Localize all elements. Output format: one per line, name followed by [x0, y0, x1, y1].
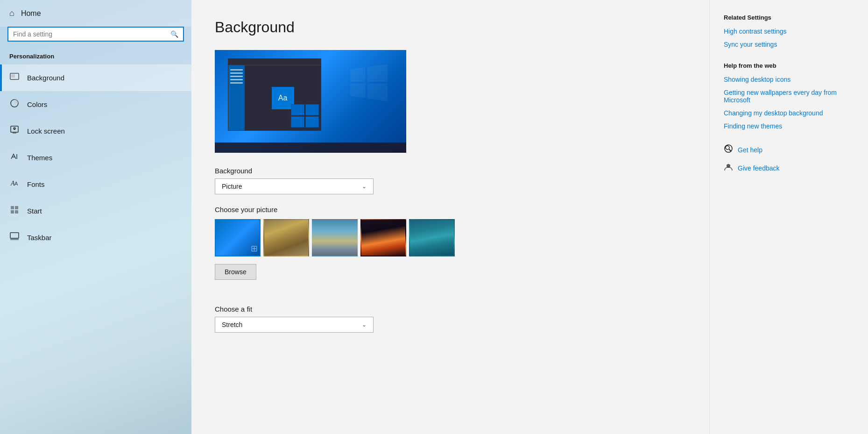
preview-tiles — [291, 104, 319, 128]
preview-window: Aa — [228, 58, 321, 131]
right-panel: Related Settings High contrast settings … — [709, 0, 868, 434]
choose-fit-label: Choose a fit — [215, 305, 686, 313]
preview-tile-4 — [305, 116, 319, 128]
background-dropdown[interactable]: Picture ⌄ — [215, 178, 374, 194]
section-label: Personalization — [0, 49, 191, 64]
link-sync-settings[interactable]: Sync your settings — [724, 41, 854, 48]
get-help-label: Get help — [738, 146, 762, 154]
windows-logo-watermark — [350, 64, 388, 103]
svg-rect-14 — [11, 210, 14, 213]
choose-fit-section: Choose a fit Stretch ⌄ — [215, 305, 686, 333]
sidebar-line-3 — [230, 76, 243, 77]
choose-picture-label: Choose your picture — [215, 206, 686, 213]
link-high-contrast[interactable]: High contrast settings — [724, 28, 854, 35]
picture-thumb-5[interactable] — [409, 219, 455, 256]
background-nav-icon — [9, 72, 20, 84]
choose-picture-section: Choose your picture Browse — [215, 206, 686, 294]
sidebar-item-background[interactable]: Background — [0, 64, 191, 91]
picture-thumb-1[interactable] — [215, 219, 261, 256]
svg-rect-2 — [11, 74, 15, 78]
picture-grid — [215, 219, 686, 256]
fonts-nav-icon: A A — [9, 178, 20, 190]
sidebar-label-lock-screen: Lock screen — [27, 127, 65, 135]
picture-thumb-3[interactable] — [312, 219, 358, 256]
give-feedback-action[interactable]: Give feedback — [724, 162, 854, 174]
choose-fit-dropdown-chevron: ⌄ — [362, 321, 367, 328]
sidebar-label-fonts: Fonts — [27, 180, 45, 188]
main-content: Background — [191, 0, 709, 434]
give-feedback-icon — [724, 162, 733, 174]
svg-text:A: A — [14, 181, 18, 186]
preview-window-titlebar — [228, 59, 321, 65]
lock-screen-nav-icon — [9, 125, 20, 137]
background-form-section: Background Picture ⌄ — [215, 167, 686, 194]
sidebar: ⌂ Home 🔍 Personalization Background Colo… — [0, 0, 191, 434]
home-label: Home — [21, 9, 41, 18]
themes-nav-icon — [9, 152, 20, 164]
help-from-web-title: Help from the web — [724, 62, 854, 69]
search-input[interactable] — [13, 30, 170, 38]
link-changing-background[interactable]: Changing my desktop background — [724, 109, 854, 117]
picture-thumb-4[interactable] — [360, 219, 406, 256]
page-title: Background — [215, 19, 686, 36]
sidebar-label-start: Start — [27, 207, 42, 215]
sidebar-label-taskbar: Taskbar — [27, 234, 52, 242]
get-help-action[interactable]: Get help — [724, 144, 854, 156]
get-help-icon — [724, 144, 733, 156]
svg-rect-16 — [10, 233, 19, 238]
svg-point-19 — [726, 146, 729, 149]
background-dropdown-chevron: ⌄ — [362, 183, 367, 190]
sidebar-item-lock-screen[interactable]: Lock screen — [0, 118, 191, 144]
sidebar-line-2 — [230, 72, 243, 74]
svg-rect-13 — [15, 206, 18, 209]
preview-sidebar-lines — [228, 65, 245, 87]
sidebar-line-4 — [230, 79, 243, 80]
taskbar-nav-icon — [9, 232, 20, 243]
preview-window-sidebar — [228, 65, 245, 130]
sidebar-item-taskbar[interactable]: Taskbar — [0, 224, 191, 251]
sidebar-item-fonts[interactable]: A A Fonts — [0, 171, 191, 198]
sidebar-label-colors: Colors — [27, 100, 47, 108]
choose-fit-dropdown-value: Stretch — [222, 321, 242, 328]
sidebar-line-1 — [230, 69, 243, 71]
svg-rect-17 — [10, 239, 19, 240]
give-feedback-label: Give feedback — [738, 164, 780, 172]
sidebar-line-5 — [230, 82, 243, 84]
svg-rect-12 — [11, 206, 14, 209]
background-dropdown-label: Background — [215, 167, 686, 175]
colors-nav-icon — [9, 99, 20, 110]
link-finding-themes[interactable]: Finding new themes — [724, 122, 854, 130]
preview-tile-3 — [291, 116, 304, 128]
search-box[interactable]: 🔍 — [7, 27, 184, 42]
sidebar-item-themes[interactable]: Themes — [0, 144, 191, 171]
sidebar-label-background: Background — [27, 74, 64, 82]
sidebar-label-themes: Themes — [27, 154, 52, 162]
home-button[interactable]: ⌂ Home — [0, 0, 191, 27]
preview-tile-2 — [305, 104, 319, 115]
preview-window-body: Aa — [245, 65, 321, 130]
choose-fit-dropdown[interactable]: Stretch ⌄ — [215, 317, 374, 333]
background-dropdown-value: Picture — [222, 183, 242, 190]
home-icon: ⌂ — [9, 8, 14, 18]
sidebar-item-start[interactable]: Start — [0, 198, 191, 224]
picture-thumb-2[interactable] — [263, 219, 309, 256]
svg-rect-15 — [15, 210, 18, 213]
start-nav-icon — [9, 205, 20, 217]
search-icon: 🔍 — [170, 30, 178, 38]
sidebar-item-colors[interactable]: Colors — [0, 91, 191, 118]
browse-button[interactable]: Browse — [215, 264, 256, 280]
svg-line-20 — [729, 149, 732, 152]
related-settings-title: Related Settings — [724, 14, 854, 21]
preview-tile-1 — [291, 104, 304, 115]
link-new-wallpapers[interactable]: Getting new wallpapers every day from Mi… — [724, 89, 854, 104]
link-showing-desktop[interactable]: Showing desktop icons — [724, 76, 854, 83]
svg-rect-5 — [13, 132, 16, 134]
background-preview: Aa — [215, 50, 406, 153]
preview-taskbar — [215, 142, 406, 153]
